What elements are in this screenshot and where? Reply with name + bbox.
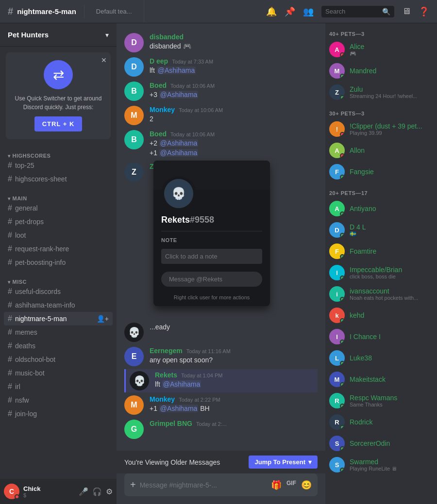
table-row: B Boed Today at 10:06 AM +3 @Ashihama bbox=[124, 80, 318, 103]
sidebar-section-label[interactable]: ▾ HIGHSCORES bbox=[4, 153, 113, 159]
list-item[interactable]: I I Chance I bbox=[325, 326, 437, 347]
list-item[interactable]: F Fangsie bbox=[325, 161, 437, 182]
status-dot bbox=[340, 211, 345, 216]
members-icon[interactable]: 👥 bbox=[303, 6, 314, 17]
avatar: M bbox=[329, 372, 345, 387]
jump-to-present-button[interactable]: Jump To Present ▾ bbox=[249, 455, 318, 469]
plus-icon[interactable]: + bbox=[130, 473, 136, 496]
bell-icon[interactable]: 🔔 bbox=[266, 6, 277, 17]
status-dot bbox=[340, 425, 345, 430]
server-header[interactable]: Pet Hunters ▾ bbox=[0, 23, 117, 47]
sidebar-item-loot[interactable]: # loot bbox=[4, 228, 113, 242]
sidebar-item-label: request-rank-here bbox=[15, 245, 109, 253]
pin-icon[interactable]: 📌 bbox=[285, 6, 295, 17]
settings-icon[interactable]: ⚙ bbox=[106, 487, 113, 496]
sidebar-item-memes[interactable]: # memes bbox=[4, 325, 113, 339]
list-item[interactable]: D D 4 L 🇸🇪 bbox=[325, 219, 437, 241]
sidebar-item-request-rank-here[interactable]: # request-rank-here bbox=[4, 242, 113, 256]
emoji-icon[interactable]: 😊 bbox=[301, 480, 312, 490]
sidebar-item-nsfw[interactable]: # nsfw bbox=[4, 393, 113, 407]
sidebar-item-oldschool-bot[interactable]: # oldschool-bot bbox=[4, 353, 113, 366]
status-dot bbox=[340, 297, 345, 302]
avatar: M bbox=[329, 63, 345, 79]
list-item[interactable]: k kehd bbox=[325, 305, 437, 326]
gif-icon[interactable]: GIF bbox=[286, 480, 296, 490]
mention[interactable]: @Ashihama bbox=[159, 139, 198, 147]
popup-note-label: NOTE bbox=[153, 235, 270, 245]
member-subtext: 🎮 bbox=[350, 50, 433, 57]
message-content: Boed Today at 10:06 AM +2 @Ashihama +1 @… bbox=[150, 130, 318, 158]
message-header: D eep Today at 7:33 AM bbox=[150, 57, 318, 65]
member-info: !Clipper (dust + 39 pet... Playing 39.99 bbox=[350, 122, 433, 136]
avatar: k bbox=[329, 308, 345, 323]
sidebar-item-useful-discords[interactable]: # useful-discords bbox=[4, 285, 113, 298]
add-member-icon[interactable]: 👤+ bbox=[97, 315, 109, 323]
mention[interactable]: @Ashihama bbox=[159, 91, 198, 98]
list-item[interactable]: L Luke38 bbox=[325, 347, 437, 369]
avatar: L bbox=[329, 350, 345, 366]
sidebar-item-label: general bbox=[15, 204, 109, 212]
list-item[interactable]: R Respc Wamans Same Thanks bbox=[325, 390, 437, 411]
list-item[interactable]: R Rodrick bbox=[325, 411, 437, 433]
mic-icon[interactable]: 🎤 bbox=[79, 487, 88, 496]
message-author: Monkey bbox=[150, 106, 175, 114]
sidebar-item-ashihama-team-info[interactable]: # ashihama-team-info bbox=[4, 298, 113, 312]
search-input[interactable] bbox=[325, 8, 379, 15]
sidebar-item-irl[interactable]: # irl bbox=[4, 380, 113, 393]
sidebar-item-top-25[interactable]: # top-25 bbox=[4, 159, 113, 172]
popup-username: Rekets#9558 bbox=[153, 211, 270, 227]
help-icon[interactable]: ❓ bbox=[419, 6, 429, 17]
sidebar-item-deaths[interactable]: # deaths bbox=[4, 339, 113, 353]
sidebar-item-label: useful-discords bbox=[15, 288, 109, 295]
message-input[interactable] bbox=[140, 475, 267, 495]
sidebar-item-pet-drops[interactable]: # pet-drops bbox=[4, 215, 113, 228]
close-icon[interactable]: ✕ bbox=[101, 56, 107, 64]
mention[interactable]: @Ashihama bbox=[159, 149, 198, 157]
list-item[interactable]: I Impeccable/Brian click boss, boss die bbox=[325, 262, 437, 283]
message-author: Rekets bbox=[155, 371, 177, 379]
quick-switcher-text: Use Quick Switcher to get around Discord… bbox=[14, 94, 103, 112]
list-item[interactable]: i ivansaccount Noah eats hot pockets wit… bbox=[325, 283, 437, 305]
sidebar-item-highscores-sheet[interactable]: # highscores-sheet bbox=[4, 172, 113, 186]
list-item[interactable]: A Allon bbox=[325, 140, 437, 161]
member-subtext: 🇸🇪 bbox=[350, 231, 433, 237]
search-box[interactable]: 🔍 bbox=[321, 6, 394, 17]
sidebar-item-nightmare-5-man[interactable]: # nightmare-5-man 👤+ bbox=[4, 312, 113, 325]
member-name: Respc Wamans bbox=[350, 394, 433, 402]
popup-note-input[interactable]: Click to add a note bbox=[161, 249, 262, 264]
sidebar-section-label[interactable]: ▾ MAIN bbox=[4, 195, 113, 201]
avatar: E bbox=[124, 347, 144, 366]
list-item[interactable]: A Alice 🎮 bbox=[325, 39, 437, 60]
status-dot bbox=[340, 95, 345, 100]
sidebar: Pet Hunters ▾ ✕ ⇄ Use Quick Switcher to … bbox=[0, 23, 117, 504]
gift-icon[interactable]: 🎁 bbox=[271, 480, 282, 490]
quick-switcher-button[interactable]: CTRL + K bbox=[34, 116, 83, 131]
sidebar-item-music-bot[interactable]: # music-bot bbox=[4, 366, 113, 380]
list-item[interactable]: A Antiyano bbox=[325, 198, 437, 219]
inbox-icon[interactable]: 🖥 bbox=[402, 6, 411, 16]
list-item[interactable]: S SorcererOdin bbox=[325, 433, 437, 454]
mention[interactable]: @Ashihama bbox=[157, 66, 196, 74]
sidebar-item-join-log[interactable]: # join-log bbox=[4, 407, 113, 421]
status-dot bbox=[340, 74, 345, 79]
list-item[interactable]: F Foamtire bbox=[325, 241, 437, 262]
mention[interactable]: @Ashihama bbox=[159, 405, 198, 412]
list-item[interactable]: M Mandred bbox=[325, 60, 437, 81]
chat-area: D disbanded disbanded 🎮 D D eep Today at… bbox=[117, 23, 325, 504]
table-row: G Grimpel BNG Today at 2:... bbox=[124, 418, 318, 441]
table-row: E Eernegem Today at 11:16 AM any open sp… bbox=[124, 345, 318, 368]
list-item[interactable]: M Makeitstack bbox=[325, 369, 437, 390]
quick-switcher-icon: ⇄ bbox=[44, 60, 73, 89]
popup-note: Click to add a note bbox=[153, 245, 270, 268]
sidebar-item-general[interactable]: # general bbox=[4, 201, 113, 215]
member-name: Makeitstack bbox=[350, 375, 433, 383]
sidebar-section-label[interactable]: ▾ MISC bbox=[4, 279, 113, 285]
headphones-icon[interactable]: 🎧 bbox=[92, 487, 102, 496]
member-name: Foamtire bbox=[350, 247, 433, 255]
list-item[interactable]: ! !Clipper (dust + 39 pet... Playing 39.… bbox=[325, 118, 437, 140]
mention[interactable]: @Ashihama bbox=[162, 380, 201, 388]
sidebar-item-pet-boosting-info[interactable]: # pet-boosting-info bbox=[4, 256, 113, 269]
list-item[interactable]: S Swarmed Playing RuneLite 🖥 bbox=[325, 454, 437, 475]
list-item[interactable]: Z Zulu Streaming 24 Hour! !wheel... bbox=[325, 81, 437, 103]
popup-message-input[interactable]: Message @Rekets bbox=[161, 272, 262, 287]
